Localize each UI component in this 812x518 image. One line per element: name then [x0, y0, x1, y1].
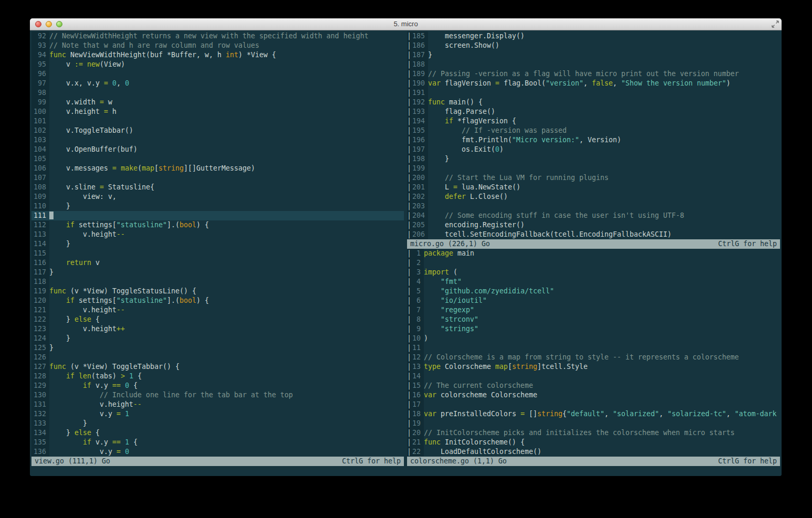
code-line[interactable]: 130 // Include one line for the tab bar …: [31, 390, 404, 400]
code-line[interactable]: 112 if settings["statusline"].(bool) {: [31, 220, 404, 230]
code-line[interactable]: 108 v.sline = Statusline{: [31, 183, 404, 192]
code-line[interactable]: |189// Passing -version as a flag will h…: [407, 69, 780, 79]
line-number: 20: [411, 428, 424, 438]
code-line[interactable]: |17: [407, 400, 780, 409]
code-line[interactable]: 93// Note that w and h are raw column an…: [31, 41, 404, 50]
code-line[interactable]: 98: [31, 88, 404, 98]
code-line[interactable]: |201 L = lua.NewState(): [407, 183, 780, 192]
code-line[interactable]: |194 if *flagVersion {: [407, 117, 780, 126]
code-line[interactable]: 102 v.ToggleTabbar(): [31, 126, 404, 135]
code-line[interactable]: |12// Colorscheme is a map from string t…: [407, 353, 780, 362]
code-line[interactable]: |190var flagVersion = flag.Bool("version…: [407, 79, 780, 88]
code-line[interactable]: 123 v.height++: [31, 324, 404, 334]
editor-pane-colorscheme-go[interactable]: |1package main|2|3import (|4 "fmt"|5 "gi…: [407, 249, 780, 457]
code-line[interactable]: 109 view: v,: [31, 192, 404, 202]
code-line[interactable]: 113 v.height--: [31, 230, 404, 239]
code-line[interactable]: 136 v.y = 0: [31, 447, 404, 457]
code-line[interactable]: 135 if v.y == 1 {: [31, 438, 404, 447]
code-line[interactable]: |6 "io/ioutil": [407, 296, 780, 305]
code-line[interactable]: 132 v.y = 1: [31, 409, 404, 419]
code-line[interactable]: |205 encoding.Register(): [407, 220, 780, 230]
code-line[interactable]: 127func (v *View) ToggleTabbar() {: [31, 362, 404, 372]
code-line[interactable]: 117}: [31, 268, 404, 277]
code-line[interactable]: |191: [407, 88, 780, 98]
code-line[interactable]: |186 screen.Show(): [407, 41, 780, 50]
fullscreen-icon[interactable]: [772, 20, 779, 28]
zoom-button[interactable]: [56, 21, 62, 27]
code-line[interactable]: 128 if len(tabs) > 1 {: [31, 372, 404, 381]
code-line[interactable]: |192func main() {: [407, 98, 780, 107]
code-line[interactable]: 97 v.x, v.y = 0, 0: [31, 79, 404, 88]
code-line[interactable]: 96: [31, 69, 404, 79]
code-token: ]tcell.Style: [537, 363, 587, 371]
code-line[interactable]: |196 fmt.Println("Micro version:", Versi…: [407, 135, 780, 145]
code-line[interactable]: |188: [407, 60, 780, 69]
code-line[interactable]: 122 } else {: [31, 315, 404, 324]
code-line[interactable]: 110 }: [31, 202, 404, 211]
code-line[interactable]: 121 v.height--: [31, 305, 404, 315]
code-line[interactable]: |9 "strings": [407, 324, 780, 334]
close-button[interactable]: [35, 21, 41, 27]
code-line[interactable]: 126: [31, 353, 404, 362]
editor-pane-micro-go[interactable]: |185 messenger.Display()|186 screen.Show…: [407, 31, 780, 239]
code-line[interactable]: |199: [407, 164, 780, 173]
code-line[interactable]: 125}: [31, 343, 404, 353]
code-line[interactable]: 94func NewViewWidthHeight(buf *Buffer, w…: [31, 50, 404, 60]
code-line[interactable]: 120 if settings["statusline"].(bool) {: [31, 296, 404, 305]
code-line[interactable]: 106 v.messages = make(map[string][]Gutte…: [31, 164, 404, 173]
editor-pane-view-go[interactable]: 92// NewViewWidthHeight returns a new vi…: [31, 31, 404, 457]
minimize-button[interactable]: [46, 21, 52, 27]
code-line[interactable]: |16var colorscheme Colorscheme: [407, 390, 780, 400]
code-line[interactable]: 107: [31, 173, 404, 183]
code-line[interactable]: |2: [407, 258, 780, 268]
code-line[interactable]: 111: [31, 211, 404, 220]
code-line[interactable]: |187}: [407, 50, 780, 60]
code-line[interactable]: |10): [407, 334, 780, 343]
code-line[interactable]: |3import (: [407, 268, 780, 277]
code-line[interactable]: 119func (v *View) ToggleStatusLine() {: [31, 287, 404, 296]
code-line[interactable]: 105: [31, 154, 404, 164]
code-line[interactable]: |19: [407, 419, 780, 428]
code-line[interactable]: 100 v.height = h: [31, 107, 404, 117]
code-line[interactable]: |197 os.Exit(0): [407, 145, 780, 154]
code-line[interactable]: 133 }: [31, 419, 404, 428]
code-line[interactable]: 134 } else {: [31, 428, 404, 438]
code-line[interactable]: 99 v.width = w: [31, 98, 404, 107]
code-line[interactable]: |200 // Start the Lua VM for running plu…: [407, 173, 780, 183]
code-line[interactable]: 115: [31, 249, 404, 258]
code-line[interactable]: |198 }: [407, 154, 780, 164]
code-line[interactable]: |5 "github.com/zyedidia/tcell": [407, 287, 780, 296]
code-line[interactable]: |8 "strconv": [407, 315, 780, 324]
code-line[interactable]: 114 }: [31, 239, 404, 249]
code-line[interactable]: 118: [31, 277, 404, 287]
code-line[interactable]: |15// The current colorscheme: [407, 381, 780, 390]
code-line[interactable]: |7 "regexp": [407, 305, 780, 315]
code-line[interactable]: |14: [407, 372, 780, 381]
code-line[interactable]: |18var preInstalledColors = []string{"de…: [407, 409, 780, 419]
code-line[interactable]: |20// InitColorscheme picks and initiali…: [407, 428, 780, 438]
code-line[interactable]: |1package main: [407, 249, 780, 258]
code-line[interactable]: |11: [407, 343, 780, 353]
code-line[interactable]: 92// NewViewWidthHeight returns a new vi…: [31, 31, 404, 41]
code-line[interactable]: |13type Colorscheme map[string]tcell.Sty…: [407, 362, 780, 372]
code-line[interactable]: 101: [31, 117, 404, 126]
code-line[interactable]: 131 v.height--: [31, 400, 404, 409]
code-line[interactable]: |202 defer L.Close(): [407, 192, 780, 202]
code-line[interactable]: |206 tcell.SetEncodingFallback(tcell.Enc…: [407, 230, 780, 239]
code-line[interactable]: 103: [31, 135, 404, 145]
code-line[interactable]: |185 messenger.Display(): [407, 31, 780, 41]
code-line[interactable]: |21func InitColorscheme() {: [407, 438, 780, 447]
code-line[interactable]: |193 flag.Parse(): [407, 107, 780, 117]
line-number: 115: [31, 249, 49, 258]
code-line[interactable]: |22 LoadDefaultColorscheme(): [407, 447, 780, 457]
code-line[interactable]: 95 v := new(View): [31, 60, 404, 69]
code-line[interactable]: 116 return v: [31, 258, 404, 268]
code-line[interactable]: |204 // Some encoding stuff in case the …: [407, 211, 780, 220]
code-line[interactable]: |4 "fmt": [407, 277, 780, 287]
code-line[interactable]: 129 if v.y == 0 {: [31, 381, 404, 390]
code-line[interactable]: 124 }: [31, 334, 404, 343]
code-line[interactable]: |203: [407, 202, 780, 211]
code-line[interactable]: |195 // If -version was passed: [407, 126, 780, 135]
code-line[interactable]: 104 v.OpenBuffer(buf): [31, 145, 404, 154]
title-bar[interactable]: 5. micro: [30, 18, 782, 30]
